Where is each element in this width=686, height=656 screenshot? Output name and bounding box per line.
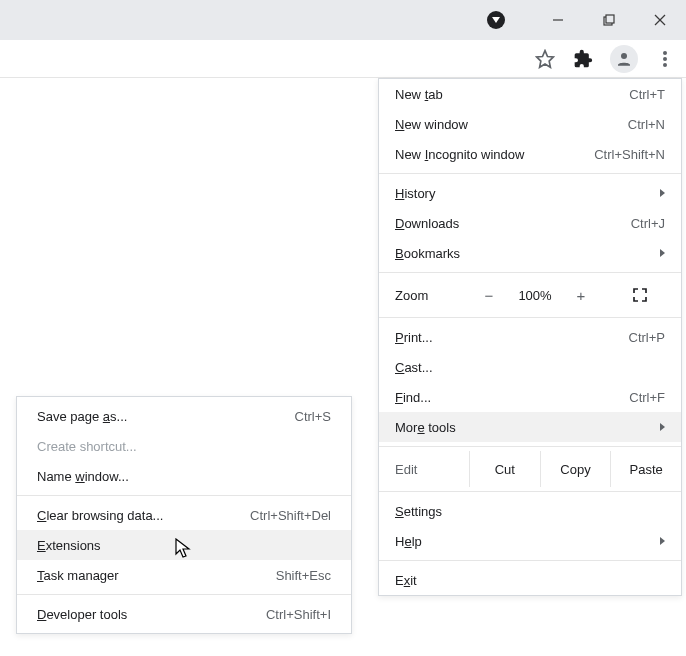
menu-exit[interactable]: Exit [379, 565, 681, 595]
close-button[interactable] [637, 4, 682, 36]
submenu-create-shortcut[interactable]: Create shortcut... [17, 431, 351, 461]
maximize-button[interactable] [586, 4, 631, 36]
zoom-label: Zoom [379, 288, 471, 303]
menu-separator [17, 594, 351, 595]
menu-history[interactable]: History [379, 178, 681, 208]
menu-separator [379, 491, 681, 492]
submenu-arrow-icon [660, 249, 665, 257]
bookmark-star-icon[interactable] [534, 48, 556, 70]
menu-separator [379, 446, 681, 447]
menu-new-tab[interactable]: New tab Ctrl+T [379, 79, 681, 109]
window-controls [487, 4, 686, 36]
svg-marker-5 [537, 50, 554, 67]
dropdown-circle-icon[interactable] [487, 11, 505, 29]
main-menu: New tab Ctrl+T New window Ctrl+N New Inc… [378, 78, 682, 596]
minimize-button[interactable] [535, 4, 580, 36]
extensions-icon[interactable] [572, 48, 594, 70]
menu-zoom: Zoom − 100% + [379, 277, 681, 313]
submenu-name-window[interactable]: Name window... [17, 461, 351, 491]
submenu-save-page[interactable]: Save page as... Ctrl+S [17, 401, 351, 431]
submenu-arrow-icon [660, 423, 665, 431]
menu-help[interactable]: Help [379, 526, 681, 556]
menu-find[interactable]: Find... Ctrl+F [379, 382, 681, 412]
submenu-extensions[interactable]: Extensions [17, 530, 351, 560]
menu-print[interactable]: Print... Ctrl+P [379, 322, 681, 352]
menu-new-window[interactable]: New window Ctrl+N [379, 109, 681, 139]
zoom-value: 100% [507, 288, 563, 303]
browser-toolbar [0, 40, 686, 78]
submenu-task-manager[interactable]: Task manager Shift+Esc [17, 560, 351, 590]
menu-downloads[interactable]: Downloads Ctrl+J [379, 208, 681, 238]
cut-button[interactable]: Cut [469, 451, 540, 487]
paste-button[interactable]: Paste [610, 451, 681, 487]
menu-separator [379, 560, 681, 561]
window-titlebar [0, 0, 686, 40]
more-tools-submenu: Save page as... Ctrl+S Create shortcut..… [16, 396, 352, 634]
copy-button[interactable]: Copy [540, 451, 611, 487]
submenu-developer-tools[interactable]: Developer tools Ctrl+Shift+I [17, 599, 351, 629]
menu-separator [17, 495, 351, 496]
menu-settings[interactable]: Settings [379, 496, 681, 526]
kebab-menu-icon[interactable] [654, 48, 676, 70]
edit-label: Edit [379, 462, 469, 477]
zoom-in-button[interactable]: + [563, 287, 599, 304]
menu-separator [379, 272, 681, 273]
menu-separator [379, 173, 681, 174]
submenu-arrow-icon [660, 537, 665, 545]
menu-edit-row: Edit Cut Copy Paste [379, 451, 681, 487]
svg-point-6 [621, 53, 627, 59]
menu-more-tools[interactable]: More tools [379, 412, 681, 442]
svg-rect-2 [606, 15, 614, 23]
zoom-out-button[interactable]: − [471, 287, 507, 304]
menu-cast[interactable]: Cast... [379, 352, 681, 382]
menu-separator [379, 317, 681, 318]
profile-avatar-icon[interactable] [610, 45, 638, 73]
menu-new-incognito[interactable]: New Incognito window Ctrl+Shift+N [379, 139, 681, 169]
fullscreen-button[interactable] [599, 287, 681, 303]
submenu-clear-browsing-data[interactable]: Clear browsing data... Ctrl+Shift+Del [17, 500, 351, 530]
menu-bookmarks[interactable]: Bookmarks [379, 238, 681, 268]
submenu-arrow-icon [660, 189, 665, 197]
